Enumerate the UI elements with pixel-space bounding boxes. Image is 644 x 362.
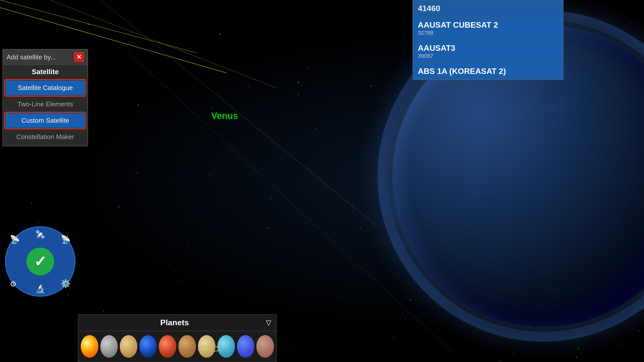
satellite-list-item[interactable]: AAUSAT CUBESAT 2 32788 xyxy=(413,17,563,40)
settings-icon[interactable]: ⚙ xyxy=(10,280,17,288)
planet-pluto[interactable] xyxy=(256,335,274,358)
satellite-id: 32788 xyxy=(418,30,558,36)
planet-uranus[interactable] xyxy=(217,335,235,358)
venus-label: Venus xyxy=(211,111,238,121)
planet-earth-icon[interactable] xyxy=(139,335,157,358)
gear-icon[interactable]: ⚙️ xyxy=(61,279,71,288)
dialog-title: Add satellite by... xyxy=(7,53,56,61)
satellite-list-item[interactable]: ABS 1A (KOREASAT 2) xyxy=(413,63,563,80)
planets-toggle-button[interactable]: ▽ xyxy=(266,319,271,327)
planet-mercury[interactable] xyxy=(100,335,118,358)
satellite-name: AAUSAT3 xyxy=(418,43,558,53)
planet-mars[interactable] xyxy=(159,335,176,358)
satellite-list-panel[interactable]: 41460 AAUSAT CUBESAT 2 32788 AAUSAT3 390… xyxy=(413,0,564,80)
satellite-name: ABS 1A (KOREASAT 2) xyxy=(418,67,558,76)
add-satellite-dialog: Add satellite by... ✕ Satellite Satellit… xyxy=(3,49,88,146)
constellation-maker-button[interactable]: Constellation Maker xyxy=(6,129,85,144)
satellite-catalogue-button[interactable]: Satellite Catalogue xyxy=(6,80,85,95)
planet-sun[interactable] xyxy=(81,335,98,358)
planet-venus[interactable] xyxy=(120,335,137,358)
satellite-orbit-icon[interactable]: 🛰 xyxy=(36,230,45,240)
planets-panel: Planets ▽ xyxy=(78,314,277,362)
satellite-signal-icon[interactable]: 📡 xyxy=(61,235,71,244)
svg-point-5 xyxy=(198,346,221,351)
planet-jupiter[interactable] xyxy=(178,335,196,358)
planet-neptune[interactable] xyxy=(237,335,255,358)
dialog-section-title: Satellite xyxy=(3,65,88,79)
svg-line-1 xyxy=(0,0,196,53)
planets-row xyxy=(78,331,276,362)
planet-saturn[interactable] xyxy=(198,335,216,358)
circular-menu[interactable]: 🛰 📡 ⚙️ 🔬 ⚙ 📡 ✓ xyxy=(5,226,75,297)
satellite-id: 39087 xyxy=(418,53,558,59)
two-line-elements-button[interactable]: Two-Line Elements xyxy=(6,97,85,112)
planets-header: Planets ▽ xyxy=(78,314,276,331)
dialog-header: Add satellite by... ✕ xyxy=(3,50,88,65)
satellite-name: AAUSAT CUBESAT 2 xyxy=(418,20,558,30)
satellite-name: 41460 xyxy=(418,4,558,13)
planets-title: Planets xyxy=(83,318,266,327)
menu-center-button[interactable]: ✓ xyxy=(26,248,54,275)
checkmark-icon: ✓ xyxy=(34,253,47,270)
close-button[interactable]: ✕ xyxy=(74,52,84,62)
dish-icon[interactable]: 📡 xyxy=(10,235,20,244)
satellite-list-item[interactable]: 41460 xyxy=(413,0,563,17)
custom-satellite-button[interactable]: Custom Satellite xyxy=(6,113,85,128)
svg-line-3 xyxy=(101,0,377,226)
satellite-list-item[interactable]: AAUSAT3 39087 xyxy=(413,40,563,63)
flask-icon[interactable]: 🔬 xyxy=(35,284,45,293)
